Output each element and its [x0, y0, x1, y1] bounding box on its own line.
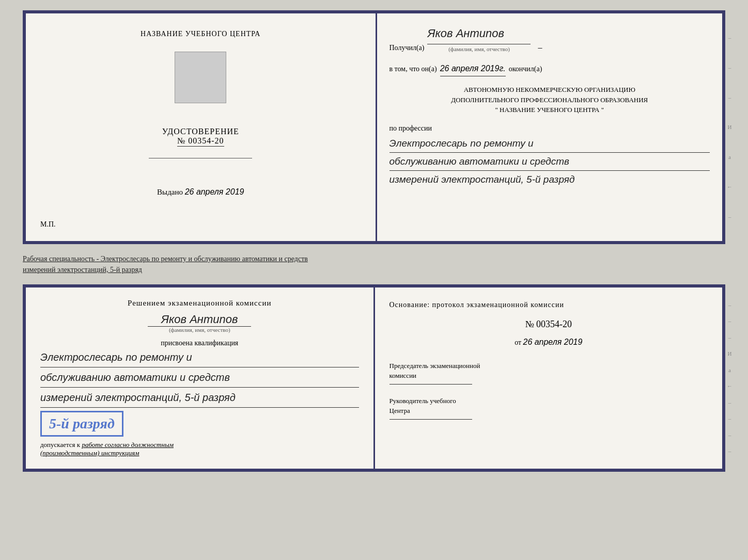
- resheniem-title: Решением экзаменационной комиссии: [40, 299, 359, 308]
- fio-sublabel-top: (фамилия, имя, отчество): [448, 44, 510, 54]
- vtom-row: в том, что он(а) 26 апреля 2019г. окончи…: [389, 61, 710, 76]
- udostoverenie-number: № 00354-20: [177, 136, 224, 147]
- org-block: АВТОНОМНУЮ НЕКОММЕРЧЕСКУЮ ОРГАНИЗАЦИЮ ДО…: [389, 85, 710, 115]
- rukovoditel-line1: Руководитель учебного: [389, 396, 708, 406]
- profession-line1: Электрослесарь по ремонту и: [389, 135, 710, 153]
- profession-line2: обслуживанию автоматики и средств: [389, 153, 710, 171]
- rukovoditel-signature-line: [389, 419, 472, 420]
- poluchil-label: Получил(а): [389, 42, 425, 54]
- top-doc-left: НАЗВАНИЕ УЧЕБНОГО ЦЕНТРА УДОСТОВЕРЕНИЕ №…: [26, 13, 377, 241]
- qual-line1: Электрослесарь по ремонту и: [40, 347, 359, 367]
- qual-line2: обслуживанию автоматики и средств: [40, 367, 359, 388]
- profession-line3: измерений электростанций, 5-й разряд: [389, 174, 575, 185]
- fio-sublabel-bottom: (фамилия, имя, отчество): [40, 327, 359, 333]
- stamp-placeholder: [175, 52, 226, 103]
- rukovoditel-line2: Центра: [389, 406, 708, 416]
- po-professii-label: по профессии: [389, 122, 710, 135]
- osnovanie-title: Основание: протокол экзаменационной коми…: [389, 299, 708, 311]
- org-name-row: " НАЗВАНИЕ УЧЕБНОГО ЦЕНТРА ": [389, 105, 710, 115]
- top-document: НАЗВАНИЕ УЧЕБНОГО ЦЕНТРА УДОСТОВЕРЕНИЕ №…: [23, 10, 725, 244]
- dopuskaetsya-text2: (производственным) инструкциям: [40, 449, 139, 457]
- org-line2: ДОПОЛНИТЕЛЬНОГО ПРОФЕССИОНАЛЬНОГО ОБРАЗО…: [389, 95, 710, 105]
- dopuskaetsya-label: допускается к: [40, 441, 80, 449]
- rukovoditel-block: Руководитель учебного Центра: [389, 396, 708, 420]
- between-docs-text: Рабочая специальность - Электрослесарь п…: [23, 253, 725, 275]
- bottom-name-block: Яков Антипов (фамилия, имя, отчество): [40, 313, 359, 333]
- mp-label: М.П.: [40, 220, 56, 229]
- between-text-line2: измерений электростанций, 5-й разряд: [23, 266, 142, 274]
- ot-label: от: [515, 339, 521, 346]
- completion-date: 26 апреля 2019г.: [440, 61, 506, 76]
- vydano-date: 26 апреля 2019: [185, 187, 244, 196]
- ot-date: 26 апреля 2019: [523, 338, 583, 346]
- protocol-number: № 00354-20: [389, 316, 708, 332]
- prisvoena-label: присвоена квалификация: [40, 339, 359, 347]
- bottom-document: Решением экзаменационной комиссии Яков А…: [23, 284, 725, 472]
- vydano-row: Выдано 26 апреля 2019: [157, 187, 244, 197]
- right-edge-marks: – – – И а ← –: [727, 13, 733, 241]
- qualification-block: Электрослесарь по ремонту и обслуживанию…: [40, 347, 359, 408]
- org-line1: АВТОНОМНУЮ НЕКОММЕРЧЕСКУЮ ОРГАНИЗАЦИЮ: [389, 85, 710, 95]
- predsedatel-line2: комиссии: [389, 371, 708, 381]
- dopuskaetsya-block: допускается к работе согласно должностны…: [40, 441, 359, 457]
- ot-row: от 26 апреля 2019: [389, 335, 708, 349]
- bottom-doc-right: Основание: протокол экзаменационной коми…: [375, 287, 723, 469]
- razryad-badge: 5-й разряд: [40, 411, 123, 437]
- org-name: НАЗВАНИЕ УЧЕБНОГО ЦЕНТРА: [500, 106, 599, 114]
- recipient-name: Яков Антипов: [427, 24, 531, 44]
- top-doc-right: Получил(а) Яков Антипов (фамилия, имя, о…: [377, 13, 723, 241]
- okonchil-label: окончил(а): [509, 63, 542, 75]
- predsedatel-line1: Председатель экзаменационной: [389, 361, 708, 371]
- top-center-name: НАЗВАНИЕ УЧЕБНОГО ЦЕНТРА: [141, 29, 260, 38]
- between-text-line1: Рабочая специальность - Электрослесарь п…: [23, 255, 308, 263]
- qual-line3: измерений электростанций, 5-й разряд: [40, 388, 359, 408]
- bottom-right-edge-marks: – – – И а ← – – – –: [727, 287, 733, 469]
- profession-block: Электрослесарь по ремонту и обслуживанию…: [389, 135, 710, 189]
- vtom-label: в том, что он(а): [389, 63, 437, 75]
- udostoverenie-title: УДОСТОВЕРЕНИЕ № 00354-20: [162, 127, 239, 146]
- received-row: Получил(а) Яков Антипов (фамилия, имя, о…: [389, 24, 710, 54]
- dopuskaetsya-text: работе согласно должностным: [82, 441, 174, 449]
- predsedatel-block: Председатель экзаменационной комиссии: [389, 361, 708, 385]
- bottom-recipient-name: Яков Антипов: [148, 313, 251, 327]
- predsedatel-signature-line: [389, 384, 472, 385]
- bottom-doc-left: Решением экзаменационной комиссии Яков А…: [26, 287, 375, 469]
